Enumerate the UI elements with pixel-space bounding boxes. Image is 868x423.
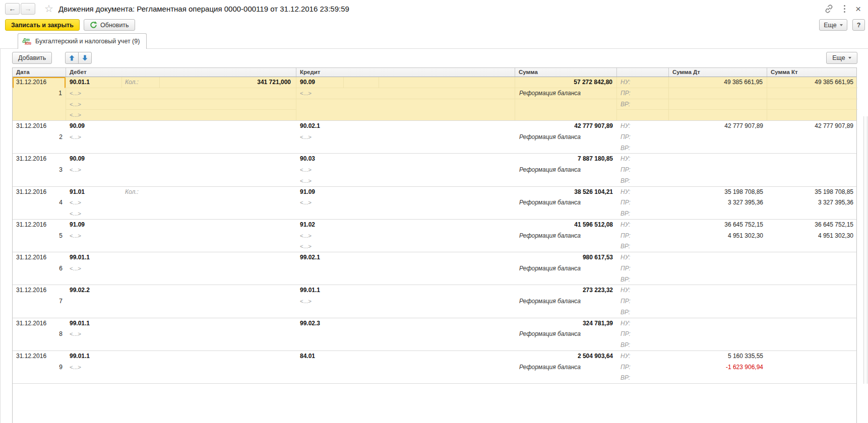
credit-blank-cell[interactable] [344, 220, 379, 231]
credit-account-cell[interactable]: 90.03 [296, 154, 344, 165]
add-row-button[interactable]: Добавить [12, 52, 52, 64]
more-button-table[interactable]: Еще [826, 52, 857, 64]
debit-quantity-cell[interactable] [160, 252, 296, 263]
credit-blank-cell[interactable] [344, 252, 379, 263]
sum-dt-vr-cell[interactable] [669, 241, 767, 252]
table-row[interactable]: 31.12.2016899.01.1<...>99.02.3324 781,39… [13, 318, 856, 351]
debit-quantity-cell[interactable] [160, 154, 296, 165]
table-header-row[interactable]: Дата Дебет Кредит Сумма Сумма Дт Сумма К… [13, 68, 856, 77]
debit-quantity-cell[interactable] [160, 285, 296, 296]
sum-kt-vr-cell[interactable] [767, 307, 857, 318]
sum-dt-vr-cell[interactable] [669, 373, 767, 383]
debit-subconto-cell[interactable]: <...> [66, 362, 296, 373]
debit-subconto-cell[interactable]: <...> [66, 110, 296, 120]
sum-kt-pr-cell[interactable] [767, 165, 857, 176]
credit-blank-cell[interactable] [344, 318, 379, 329]
sum-dt-nu-cell[interactable] [669, 285, 767, 296]
debit-account-cell[interactable]: 91.09 [66, 220, 122, 231]
credit-account-cell[interactable]: 99.02.3 [296, 318, 344, 329]
close-icon[interactable]: × [855, 5, 861, 14]
debit-subconto-cell[interactable]: <...> [66, 329, 296, 340]
sum-kt-nu-cell[interactable]: 42 777 907,89 [767, 121, 857, 132]
debit-quantity-cell[interactable] [160, 220, 296, 231]
sum-kt-vr-cell[interactable] [767, 208, 857, 219]
credit-subconto-cell[interactable]: <...> [296, 241, 515, 252]
refresh-button[interactable]: Обновить [84, 19, 135, 31]
debit-quantity-cell[interactable] [160, 351, 296, 362]
nav-forward-button[interactable]: → [21, 3, 35, 15]
menu-kebab-icon[interactable] [842, 4, 847, 14]
date-cell[interactable]: 31.12.2016 [13, 252, 66, 263]
credit-subconto-cell[interactable]: <...> [296, 132, 515, 143]
credit-blank-cell[interactable] [379, 285, 515, 296]
vertical-scrollbar[interactable] [863, 116, 867, 384]
table-row[interactable]: 31.12.2016491.01Кол.:<...><...>91.09<...… [13, 187, 856, 220]
date-cell[interactable]: 31.12.2016 [13, 121, 66, 132]
sum-kt-nu-cell[interactable] [767, 285, 857, 296]
save-and-close-button[interactable]: Записать и закрыть [5, 19, 80, 31]
credit-account-cell[interactable]: 90.02.1 [296, 121, 344, 132]
sum-dt-nu-cell[interactable] [669, 154, 767, 165]
sum-cell[interactable]: 324 781,39 [515, 318, 617, 329]
credit-subconto-cell[interactable]: <...> [296, 165, 515, 176]
credit-account-cell[interactable]: 90.09 [296, 77, 344, 88]
credit-subconto-cell[interactable]: <...> [296, 88, 515, 99]
date-cell[interactable]: 31.12.2016 [13, 154, 66, 165]
sum-kt-vr-cell[interactable] [767, 176, 857, 186]
sum-dt-vr-cell[interactable] [669, 307, 767, 318]
sum-kt-pr-cell[interactable] [767, 296, 857, 307]
debit-subconto-cell[interactable]: <...> [66, 263, 296, 274]
debit-account-cell[interactable]: 90.09 [66, 121, 122, 132]
sum-kt-vr-cell[interactable] [767, 340, 857, 350]
debit-quantity-cell[interactable]: 341 721,000 [160, 77, 296, 88]
credit-subconto-cell[interactable]: <...> [296, 231, 515, 242]
table-row[interactable]: 31.12.2016799.02.299.01.1<...>273 223,32… [13, 285, 856, 318]
debit-subconto-cell[interactable]: <...> [66, 132, 296, 143]
date-cell[interactable]: 31.12.2016 [13, 77, 66, 88]
sum-dt-vr-cell[interactable] [669, 143, 767, 154]
sum-cell[interactable]: 38 526 104,21 [515, 187, 617, 198]
date-cell[interactable]: 31.12.2016 [13, 285, 66, 296]
sum-dt-pr-cell[interactable] [669, 296, 767, 307]
sum-kt-pr-cell[interactable] [767, 329, 857, 340]
sum-dt-vr-cell[interactable] [669, 274, 767, 285]
debit-subconto-cell[interactable]: <...> [66, 88, 296, 99]
date-cell[interactable]: 31.12.2016 [13, 351, 66, 362]
sum-dt-pr-cell[interactable]: -1 623 906,94 [669, 362, 767, 373]
sum-dt-pr-cell[interactable] [669, 132, 767, 143]
debit-account-cell[interactable]: 90.09 [66, 154, 122, 165]
sum-kt-vr-cell[interactable] [767, 274, 857, 285]
sum-dt-nu-cell[interactable]: 49 385 661,95 [669, 77, 767, 88]
table-row[interactable]: 31.12.2016999.01.1<...>84.012 504 903,64… [13, 351, 856, 384]
sum-kt-nu-cell[interactable] [767, 252, 857, 263]
more-button-form[interactable]: Еще [819, 19, 847, 31]
sum-kt-nu-cell[interactable]: 36 645 752,15 [767, 220, 857, 231]
sum-kt-pr-cell[interactable] [767, 132, 857, 143]
sum-kt-nu-cell[interactable]: 49 385 661,95 [767, 77, 857, 88]
debit-quantity-cell[interactable] [160, 318, 296, 329]
credit-blank-cell[interactable] [344, 77, 379, 88]
sum-dt-nu-cell[interactable] [669, 318, 767, 329]
sum-dt-pr-cell[interactable]: 4 951 302,30 [669, 231, 767, 242]
sum-dt-vr-cell[interactable] [669, 176, 767, 186]
debit-subconto-cell[interactable]: <...> [66, 197, 296, 208]
credit-subconto-cell[interactable]: <...> [296, 176, 515, 186]
credit-blank-cell[interactable] [344, 121, 379, 132]
table-row[interactable]: 31.12.2016190.01.1Кол.:341 721,000<...><… [13, 77, 856, 121]
credit-blank-cell[interactable] [379, 220, 515, 231]
credit-blank-cell[interactable] [379, 154, 515, 165]
credit-blank-cell[interactable] [379, 252, 515, 263]
credit-blank-cell[interactable] [379, 187, 515, 198]
sum-dt-pr-cell[interactable]: 3 327 395,36 [669, 197, 767, 208]
sum-dt-pr-cell[interactable] [669, 263, 767, 274]
debit-account-cell[interactable]: 99.01.1 [66, 351, 122, 362]
credit-blank-cell[interactable] [379, 77, 515, 88]
date-cell[interactable]: 31.12.2016 [13, 220, 66, 231]
sum-kt-nu-cell[interactable] [767, 318, 857, 329]
sum-kt-vr-cell[interactable] [767, 99, 857, 110]
credit-account-cell[interactable]: 99.01.1 [296, 285, 344, 296]
debit-subconto-cell[interactable]: <...> [66, 165, 296, 176]
credit-blank-cell[interactable] [344, 154, 379, 165]
sum-dt-pr-cell[interactable] [669, 88, 767, 99]
credit-account-cell[interactable]: 84.01 [296, 351, 344, 362]
